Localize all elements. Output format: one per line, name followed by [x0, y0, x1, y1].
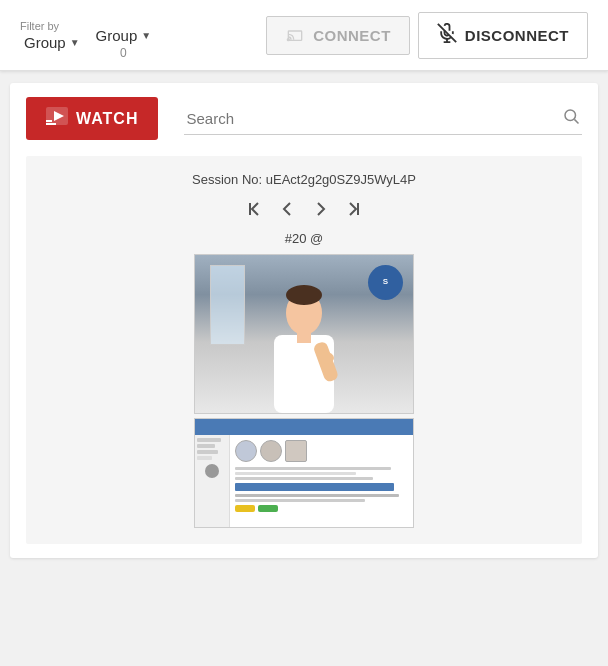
session-no: Session No: uEAct2g2g0SZ9J5WyL4P — [192, 172, 416, 187]
filter-group: Filter by Group ▼ — [20, 18, 84, 53]
connect-button[interactable]: CONNECT — [266, 16, 410, 55]
svg-rect-16 — [297, 331, 311, 343]
screen-body — [195, 435, 413, 527]
group2-label: Group — [96, 27, 138, 44]
svg-point-18 — [318, 352, 334, 364]
disconnect-button[interactable]: DISCONNECT — [418, 12, 588, 59]
first-page-button[interactable] — [242, 195, 270, 223]
prev-page-button[interactable] — [274, 195, 302, 223]
chevron-down-icon2: ▼ — [141, 30, 151, 41]
mic-off-icon — [437, 23, 457, 48]
connect-label: CONNECT — [313, 27, 391, 44]
svg-point-9 — [565, 110, 576, 121]
search-icon — [562, 107, 580, 130]
top-bar: Filter by Group ▼ Group ▼ 0 CONNECT — [0, 0, 608, 71]
pagination — [242, 195, 366, 223]
toolbar: WATCH — [26, 97, 582, 140]
person-silhouette — [254, 283, 354, 413]
screen-capture-frame — [194, 418, 414, 528]
webcam-frame: S — [194, 254, 414, 414]
cast-icon — [285, 27, 305, 43]
chevron-down-icon: ▼ — [70, 37, 80, 48]
group2-dropdown[interactable]: Group ▼ — [92, 25, 156, 46]
filter-group2: Group ▼ 0 — [92, 10, 156, 60]
play-icon — [46, 107, 68, 130]
last-page-button[interactable] — [338, 195, 366, 223]
svg-line-10 — [574, 119, 578, 123]
filter-label: Filter by — [20, 20, 59, 32]
screen-main — [230, 435, 413, 527]
session-area: Session No: uEAct2g2g0SZ9J5WyL4P — [26, 156, 582, 544]
main-content: WATCH Session No: uEAct2g2g0SZ9J5WyL4P — [10, 83, 598, 558]
screen-browser-bar — [195, 419, 413, 435]
filter-count: 0 — [92, 46, 156, 60]
screen-sidebar — [195, 435, 230, 527]
record-label: #20 @ — [285, 231, 324, 246]
svg-point-14 — [286, 285, 322, 305]
group1-label: Group — [24, 34, 66, 51]
watch-label: WATCH — [76, 110, 138, 128]
group1-dropdown[interactable]: Group ▼ — [20, 32, 84, 53]
search-container — [184, 103, 582, 135]
next-page-button[interactable] — [306, 195, 334, 223]
search-input[interactable] — [186, 110, 562, 127]
svg-point-1 — [287, 39, 289, 41]
watch-button[interactable]: WATCH — [26, 97, 158, 140]
disconnect-label: DISCONNECT — [465, 27, 569, 44]
